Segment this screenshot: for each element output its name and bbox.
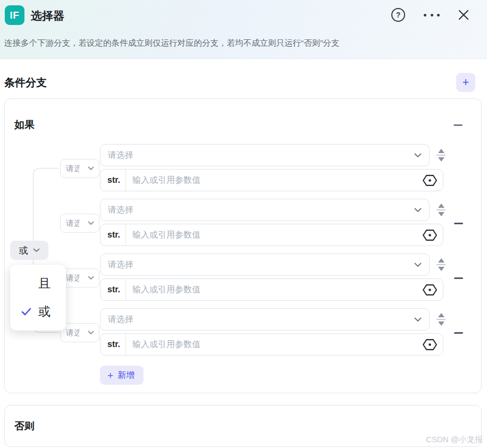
panel-title: 选择器 [31, 9, 64, 23]
chevron-down-icon [414, 263, 422, 267]
value-type-tag: str. [100, 285, 125, 294]
arrow-up-icon [438, 204, 444, 208]
divider [436, 264, 446, 265]
variable-select-placeholder: 请选择 [108, 259, 133, 271]
reorder-stepper[interactable] [436, 310, 446, 328]
value-input-group: str. [100, 169, 443, 191]
variable-select[interactable]: 请选择 [100, 308, 430, 331]
more-options-icon[interactable] [424, 13, 440, 16]
value-input[interactable] [126, 285, 423, 294]
menu-item-or[interactable]: 或 [10, 298, 66, 326]
arrow-down-icon [438, 267, 444, 271]
arrow-up-icon [438, 313, 444, 317]
operator-placeholder: 请选择 [66, 164, 79, 174]
logic-operator-dropdown: 且 或 [10, 265, 66, 331]
condition-row: 请选择 请选择 str. [100, 308, 443, 356]
divider [436, 319, 446, 320]
arrow-up-icon [438, 258, 444, 263]
condition-row: 请选择 请选择 str. [100, 144, 443, 191]
reorder-stepper[interactable] [436, 201, 446, 219]
if-node-icon: IF [5, 5, 24, 25]
value-type-tag: str. [100, 230, 125, 240]
menu-item-and[interactable]: 且 [10, 269, 66, 298]
operator-select[interactable]: 请选择 [60, 214, 99, 233]
arrow-down-icon [438, 157, 444, 162]
value-input-group: str. [100, 224, 443, 246]
reference-variable-icon[interactable] [423, 284, 437, 296]
watermark: CSDN @小龙报 [426, 435, 483, 445]
remove-condition-button[interactable] [454, 277, 463, 279]
chevron-down-icon [88, 166, 94, 171]
chevron-down-icon [414, 208, 422, 213]
plus-icon: + [463, 77, 469, 88]
else-card-title: 否则 [14, 419, 35, 433]
remove-condition-button[interactable] [454, 223, 463, 224]
close-icon[interactable] [457, 9, 470, 21]
operator-placeholder: 请选择 [66, 218, 79, 229]
divider [436, 209, 446, 210]
operator-placeholder: 请选择 [66, 328, 79, 338]
collapse-branch-button[interactable] [454, 124, 463, 126]
menu-item-label: 且 [38, 275, 51, 292]
variable-select[interactable]: 请选择 [100, 199, 430, 221]
variable-select-placeholder: 请选择 [108, 150, 133, 161]
chevron-down-icon [88, 276, 94, 280]
add-branch-button[interactable]: + [456, 73, 475, 92]
value-input[interactable] [126, 230, 423, 240]
operator-select[interactable]: 请选择 [60, 323, 99, 342]
reference-variable-icon[interactable] [423, 174, 437, 187]
reference-variable-icon[interactable] [423, 229, 437, 241]
chevron-down-icon [88, 221, 94, 225]
operator-placeholder: 请选择 [66, 273, 79, 283]
value-input-group: str. [100, 278, 443, 301]
value-input[interactable] [126, 340, 423, 349]
chevron-down-icon [414, 153, 422, 158]
value-input[interactable] [126, 175, 423, 185]
chevron-down-icon [33, 248, 40, 252]
arrow-down-icon [438, 322, 444, 326]
if-branch-card: 如果 请选择 请选择 str. 请选择 [4, 98, 482, 393]
menu-item-label: 或 [38, 303, 51, 320]
operator-select[interactable]: 请选择 [60, 159, 99, 178]
variable-select[interactable]: 请选择 [100, 144, 430, 166]
variable-select-placeholder: 请选择 [108, 205, 133, 216]
reorder-stepper[interactable] [436, 256, 446, 274]
arrow-down-icon [438, 212, 444, 216]
variable-select-placeholder: 请选择 [108, 314, 133, 325]
value-input-group: str. [100, 333, 443, 356]
variable-select[interactable]: 请选择 [100, 253, 430, 276]
operator-select[interactable]: 请选择 [60, 268, 99, 288]
check-icon [20, 306, 32, 317]
panel-header: IF 选择器 ? 连接多个下游分支，若设定的条件成立则仅运行对应的分支，若均不成… [0, 0, 487, 59]
help-icon[interactable]: ? [391, 8, 405, 22]
add-condition-button[interactable]: + 新增 [100, 366, 144, 385]
else-branch-card: 否则 [4, 405, 482, 447]
value-type-tag: str. [100, 175, 125, 185]
panel-description: 连接多个下游分支，若设定的条件成立则仅运行对应的分支，若均不成立则只运行“否则”… [4, 38, 472, 49]
logic-operator-select[interactable]: 或 [10, 241, 48, 260]
reorder-stepper[interactable] [436, 146, 446, 164]
chevron-down-icon [88, 331, 94, 335]
value-type-tag: str. [100, 340, 125, 349]
divider [436, 155, 446, 156]
plus-icon: + [107, 370, 113, 381]
if-card-title: 如果 [14, 118, 35, 132]
condition-row: 请选择 请选择 str. [100, 199, 443, 246]
arrow-up-icon [438, 149, 444, 153]
condition-row: 请选择 请选择 str. [100, 253, 443, 301]
logic-operator-value: 或 [19, 244, 28, 257]
chevron-down-icon [414, 317, 422, 322]
reference-variable-icon[interactable] [423, 339, 437, 351]
remove-condition-button[interactable] [454, 332, 463, 334]
section-title-condition-branch: 条件分支 [4, 75, 47, 90]
add-condition-label: 新增 [117, 370, 135, 381]
